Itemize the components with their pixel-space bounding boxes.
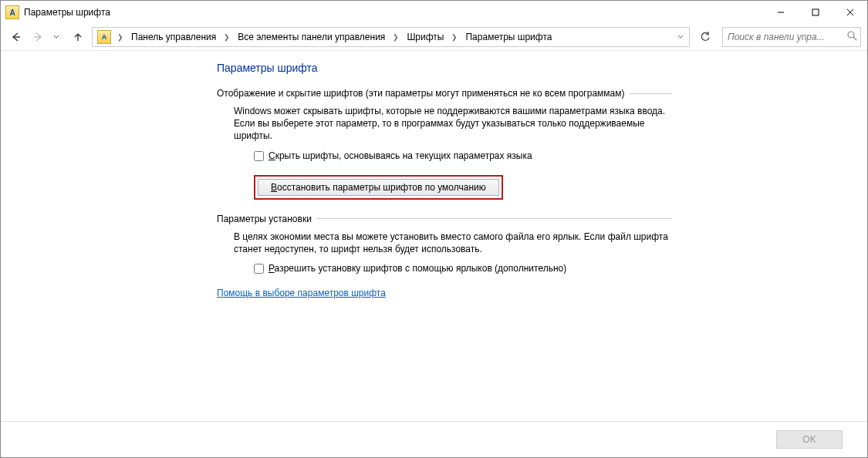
address-history-dropdown[interactable] bbox=[674, 28, 687, 46]
section-rule bbox=[316, 218, 672, 219]
restore-highlight: Восстановить параметры шрифтов по умолча… bbox=[254, 175, 503, 200]
minimize-button[interactable] bbox=[763, 1, 798, 24]
window-title: Параметры шрифта bbox=[24, 7, 110, 18]
navbar: A ❯ Панель управления ❯ Все элементы пан… bbox=[1, 24, 867, 50]
back-button[interactable] bbox=[7, 28, 25, 46]
hide-fonts-checkbox[interactable] bbox=[254, 151, 264, 161]
breadcrumb-item[interactable]: Параметры шрифта bbox=[461, 28, 556, 46]
svg-line-7 bbox=[853, 37, 856, 40]
svg-point-6 bbox=[848, 32, 854, 38]
address-bar[interactable]: A ❯ Панель управления ❯ Все элементы пан… bbox=[92, 27, 690, 47]
arrow-right-icon bbox=[32, 32, 43, 42]
maximize-icon bbox=[812, 8, 819, 16]
forward-button[interactable] bbox=[29, 28, 47, 46]
close-icon bbox=[846, 8, 854, 16]
checkbox-label: Скрыть шрифты, основываясь на текущих па… bbox=[269, 150, 532, 161]
section-label: Отображение и скрытие шрифтов (эти парам… bbox=[217, 88, 630, 99]
refresh-icon bbox=[700, 32, 711, 42]
fonts-folder-icon: A bbox=[97, 30, 111, 44]
page-title: Параметры шрифта bbox=[217, 62, 672, 74]
arrow-up-icon bbox=[73, 32, 83, 42]
breadcrumbs: Панель управления ❯ Все элементы панели … bbox=[127, 28, 674, 46]
chevron-right-icon[interactable]: ❯ bbox=[448, 33, 461, 41]
section-header: Отображение и скрытие шрифтов (эти парам… bbox=[217, 88, 672, 99]
section-header: Параметры установки bbox=[217, 214, 672, 224]
fonts-folder-icon: A bbox=[5, 5, 19, 19]
chevron-right-icon[interactable]: ❯ bbox=[390, 33, 402, 41]
breadcrumb-item[interactable]: Шрифты bbox=[402, 28, 448, 46]
search-input[interactable] bbox=[726, 31, 847, 43]
recent-locations-dropdown[interactable] bbox=[50, 28, 62, 46]
hide-fonts-checkbox-row[interactable]: Скрыть шрифты, основываясь на текущих па… bbox=[254, 150, 672, 161]
content-area: Параметры шрифта Отображение и скрытие ш… bbox=[1, 51, 867, 421]
breadcrumb-item[interactable]: Панель управления bbox=[127, 28, 221, 46]
help-link[interactable]: Помощь в выборе параметров шрифта bbox=[217, 288, 386, 298]
section-rule bbox=[630, 93, 673, 94]
window-controls bbox=[763, 1, 867, 24]
arrow-left-icon bbox=[11, 32, 22, 42]
up-button[interactable] bbox=[69, 28, 87, 46]
chevron-down-icon bbox=[677, 34, 684, 40]
footer: OK bbox=[1, 421, 867, 457]
refresh-button[interactable] bbox=[696, 28, 714, 46]
section-label: Параметры установки bbox=[217, 214, 316, 224]
breadcrumb-item[interactable]: Все элементы панели управления bbox=[233, 28, 390, 46]
chevron-right-icon[interactable]: ❯ bbox=[221, 33, 233, 41]
window: A Параметры шрифта A bbox=[0, 0, 868, 458]
search-box[interactable] bbox=[722, 27, 861, 47]
close-button[interactable] bbox=[833, 1, 867, 24]
section-description: Windows может скрывать шрифты, которые н… bbox=[234, 105, 672, 143]
restore-defaults-button[interactable]: Восстановить параметры шрифтов по умолча… bbox=[258, 179, 499, 196]
checkbox-label: Разрешить установку шрифтов с помощью яр… bbox=[269, 263, 566, 274]
minimize-icon bbox=[777, 8, 785, 16]
maximize-button[interactable] bbox=[798, 1, 833, 24]
allow-shortcut-install-checkbox-row[interactable]: Разрешить установку шрифтов с помощью яр… bbox=[254, 263, 672, 274]
svg-rect-1 bbox=[812, 9, 819, 15]
ok-button[interactable]: OK bbox=[776, 430, 843, 449]
section-description: В целях экономии места вы можете установ… bbox=[234, 231, 672, 255]
search-icon bbox=[847, 31, 857, 43]
chevron-down-icon bbox=[53, 34, 59, 40]
titlebar: A Параметры шрифта bbox=[1, 1, 867, 24]
allow-shortcut-install-checkbox[interactable] bbox=[254, 264, 264, 274]
chevron-right-icon[interactable]: ❯ bbox=[114, 33, 127, 41]
